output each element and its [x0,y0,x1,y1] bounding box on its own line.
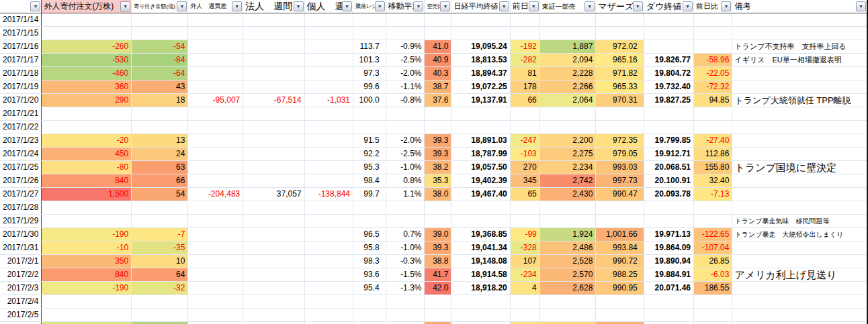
cell-dow-close[interactable]: 19.799.85 [644,134,693,148]
cell-individual-weekly[interactable] [304,174,353,188]
cell-corporate-weekly[interactable] [243,148,304,161]
cell-individual-weekly[interactable] [304,255,353,268]
cell-open-amount[interactable]: 64 [132,268,188,282]
cell-open-amount[interactable]: -35 [132,241,188,255]
cell-tse1-volume[interactable] [539,13,596,27]
cell-open-amount[interactable] [132,27,188,40]
date-cell[interactable]: 2017/1/26 [0,174,42,188]
cell-corporate-weekly[interactable]: -67,514 [243,94,304,107]
cell-mothers-index[interactable] [596,27,644,40]
cell-mothers-index[interactable]: 965.16 [596,54,644,67]
cell-dow-close[interactable]: 19.732.40 [644,80,693,94]
cell-foreign-open-orders[interactable] [42,215,132,228]
cell-dow-close[interactable]: 20.071.46 [644,282,693,295]
cell-dow-close[interactable] [644,215,693,228]
date-cell[interactable]: 2017/1/14 [0,13,42,27]
cell-dow-change[interactable]: 26.85 [694,255,732,268]
cell-dow-change[interactable]: 186.55 [694,282,732,295]
cell-nikkei-close[interactable] [451,107,510,121]
cell-dow-close[interactable]: 19.884.91 [644,268,693,282]
cell-moving-average[interactable]: -1.1% [386,80,425,94]
cell-moving-average[interactable]: -1.0% [386,241,425,255]
cell-corporate-weekly[interactable] [243,13,304,27]
date-cell[interactable]: 2017/2/6 [0,322,42,324]
filter-dropdown-icon[interactable]: ▼ [683,1,693,11]
cell-dow-close[interactable] [644,201,693,215]
cell-tse1-volume[interactable]: 2,228 [539,67,596,80]
cell-nikkei-close[interactable]: 19,467.40 [451,188,510,201]
cell-advance-decline-ratio[interactable] [353,121,386,134]
cell-dow-close[interactable] [644,27,693,40]
cell-moving-average[interactable]: 0.8% [386,174,425,188]
cell-short-sell-ratio[interactable]: 40.9 [425,54,451,67]
cell-nikkei-change[interactable] [510,295,539,309]
cell-open-amount[interactable] [132,309,188,322]
cell-nikkei-change[interactable]: -192 [510,40,539,54]
cell-short-sell-ratio[interactable]: 42.0 [425,282,451,295]
cell-foreign-open-orders[interactable]: -460 [42,67,132,80]
cell-foreign-weekly[interactable] [188,309,243,322]
date-cell[interactable]: 2017/1/21 [0,107,42,121]
cell-advance-decline-ratio[interactable]: 91.5 [353,134,386,148]
date-cell[interactable]: 2017/1/23 [0,134,42,148]
cell-nikkei-close[interactable]: 18,894.37 [451,67,510,80]
cell-mothers-index[interactable]: 993.84 [596,241,644,255]
cell-short-sell-ratio[interactable]: 38.8 [425,255,451,268]
cell-dow-close[interactable]: 19.912.71 [644,148,693,161]
filter-dropdown-icon[interactable]: ▼ [342,1,352,11]
filter-dropdown-icon[interactable]: ▼ [633,1,643,11]
cell-nikkei-close[interactable] [451,201,510,215]
cell-corporate-weekly[interactable] [243,80,304,94]
cell-foreign-weekly[interactable] [188,13,243,27]
cell-nikkei-change[interactable]: -103 [510,148,539,161]
cell-dow-change[interactable] [694,295,732,309]
cell-corporate-weekly[interactable] [243,134,304,148]
cell-short-sell-ratio[interactable] [425,107,451,121]
cell-dow-change[interactable] [694,215,732,228]
cell-dow-close[interactable] [644,40,693,54]
cell-dow-close[interactable]: 19.864.09 [644,241,693,255]
cell-foreign-weekly[interactable]: -95,007 [188,94,243,107]
cell-advance-decline-ratio[interactable] [353,27,386,40]
cell-tse1-volume[interactable]: 1,887 [539,40,596,54]
date-cell[interactable]: 2017/1/27 [0,188,42,201]
cell-nikkei-change[interactable] [510,201,539,215]
cell-dow-close[interactable]: 19.827.25 [644,94,693,107]
date-cell[interactable]: 2017/1/18 [0,67,42,80]
cell-remarks[interactable] [732,188,867,201]
cell-open-amount[interactable]: 18 [132,94,188,107]
date-cell[interactable]: 2017/1/29 [0,215,42,228]
cell-open-amount[interactable] [132,107,188,121]
cell-mothers-index[interactable]: 990.72 [596,255,644,268]
cell-corporate-weekly[interactable] [243,228,304,241]
cell-tse1-volume[interactable]: 2,570 [539,268,596,282]
cell-remarks[interactable] [732,134,867,148]
cell-foreign-weekly[interactable] [188,322,243,324]
cell-tse1-volume[interactable] [539,295,596,309]
cell-nikkei-change[interactable] [510,215,539,228]
cell-remarks[interactable] [732,67,867,80]
cell-dow-close[interactable] [644,121,693,134]
cell-foreign-weekly[interactable] [188,174,243,188]
cell-dow-close[interactable]: 20.100.91 [644,174,693,188]
cell-moving-average[interactable]: -2.0% [386,67,425,80]
cell-remarks[interactable]: トランプ大統領就任 TPP離脱 [732,94,867,107]
cell-mothers-index[interactable] [596,107,644,121]
cell-nikkei-change[interactable] [510,107,539,121]
cell-mothers-index[interactable]: 999.70 [596,322,644,324]
date-cell[interactable]: 2017/2/2 [0,268,42,282]
cell-open-amount[interactable]: 54 [132,188,188,201]
cell-advance-decline-ratio[interactable]: 98.3 [353,255,386,268]
cell-individual-weekly[interactable] [304,121,353,134]
cell-short-sell-ratio[interactable]: 40.3 [425,67,451,80]
cell-moving-average[interactable] [386,107,425,121]
date-cell[interactable]: 2017/1/25 [0,161,42,174]
cell-nikkei-close[interactable] [451,309,510,322]
cell-foreign-open-orders[interactable] [42,13,132,27]
cell-nikkei-change[interactable]: -99 [510,228,539,241]
cell-moving-average[interactable] [386,13,425,27]
cell-moving-average[interactable]: -1.0% [386,161,425,174]
cell-corporate-weekly[interactable] [243,322,304,324]
cell-individual-weekly[interactable] [304,268,353,282]
cell-foreign-weekly[interactable] [188,80,243,94]
